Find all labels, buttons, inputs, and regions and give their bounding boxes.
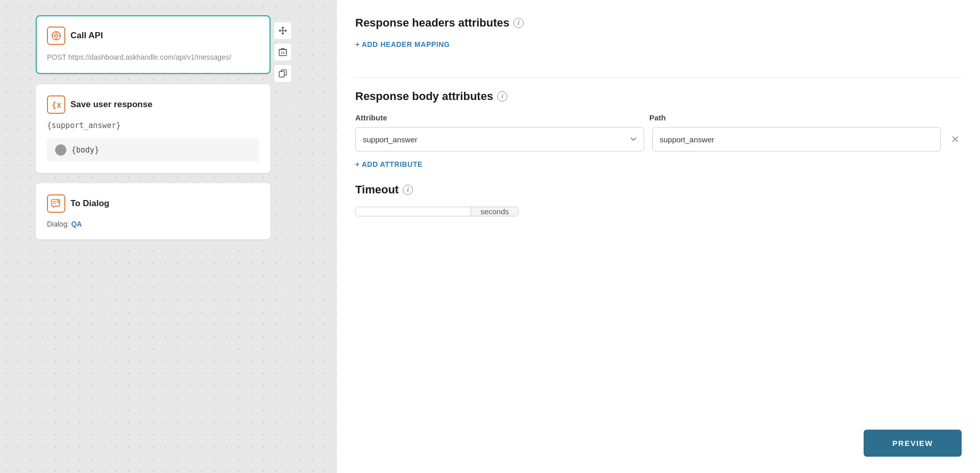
timeout-title: Timeout i bbox=[355, 183, 962, 196]
call-api-subtitle: POST https://dashboard.askhandle.com/api… bbox=[47, 52, 259, 63]
delete-button[interactable] bbox=[274, 43, 292, 61]
dialog-label: Dialog: QA bbox=[47, 220, 259, 228]
response-body-info-icon: i bbox=[497, 91, 507, 102]
svg-point-1 bbox=[55, 34, 58, 37]
dialog-link[interactable]: QA bbox=[71, 220, 82, 228]
response-headers-section: Response headers attributes i + ADD HEAD… bbox=[355, 16, 962, 65]
right-panel: Response headers attributes i + ADD HEAD… bbox=[337, 0, 980, 473]
response-body-title: Response body attributes i bbox=[355, 90, 962, 103]
path-input-0[interactable] bbox=[652, 127, 941, 152]
preview-button[interactable]: PREVIEW bbox=[864, 430, 962, 457]
add-attribute-link[interactable]: + ADD ATTRIBUTE bbox=[355, 160, 423, 168]
body-tag-text: {body} bbox=[71, 145, 99, 155]
save-response-header: {x} Save user response bbox=[47, 95, 259, 114]
svg-rect-10 bbox=[279, 71, 284, 77]
timeout-input-row: seconds bbox=[355, 207, 519, 216]
divider-1 bbox=[355, 77, 962, 78]
add-header-mapping-link[interactable]: + ADD HEADER MAPPING bbox=[355, 40, 450, 48]
timeout-info-icon: i bbox=[403, 185, 413, 195]
body-dot bbox=[55, 144, 66, 156]
call-api-icon bbox=[47, 27, 65, 45]
remove-attr-button-0[interactable]: ✕ bbox=[949, 131, 962, 147]
svg-rect-6 bbox=[279, 49, 286, 56]
duplicate-button[interactable] bbox=[274, 64, 292, 83]
body-tag: {body} bbox=[47, 138, 259, 162]
response-body-variable: {support_answer} bbox=[47, 121, 259, 130]
call-api-title: Call API bbox=[70, 31, 103, 41]
response-body-section: Response body attributes i Attribute Pat… bbox=[355, 90, 962, 169]
canvas-area: Call API POST https://dashboard.askhandl… bbox=[0, 0, 337, 473]
timeout-section: Timeout i seconds bbox=[355, 183, 962, 216]
timeout-number-input[interactable] bbox=[356, 207, 471, 216]
call-api-header: Call API bbox=[47, 27, 259, 45]
svg-text:{x}: {x} bbox=[52, 100, 62, 110]
response-headers-title: Response headers attributes i bbox=[355, 16, 962, 30]
save-response-icon: {x} bbox=[47, 95, 65, 114]
node-toolbar bbox=[274, 21, 292, 83]
to-dialog-card[interactable]: To Dialog Dialog: QA bbox=[36, 183, 271, 239]
call-api-card[interactable]: Call API POST https://dashboard.askhandl… bbox=[36, 15, 271, 74]
attr-labels-row: Attribute Path bbox=[355, 113, 962, 122]
attribute-select-0[interactable]: support_answer bbox=[355, 127, 644, 152]
path-column-label: Path bbox=[649, 113, 933, 122]
save-response-title: Save user response bbox=[70, 99, 153, 110]
timeout-unit-label: seconds bbox=[471, 207, 518, 216]
move-button[interactable] bbox=[274, 21, 292, 40]
response-headers-info-icon: i bbox=[513, 18, 524, 28]
attribute-row-0: support_answer ✕ bbox=[355, 127, 962, 152]
to-dialog-title: To Dialog bbox=[70, 198, 109, 209]
attribute-column-label: Attribute bbox=[355, 113, 639, 122]
to-dialog-header: To Dialog bbox=[47, 194, 259, 213]
save-user-response-card[interactable]: {x} Save user response {support_answer} … bbox=[36, 84, 271, 173]
to-dialog-icon bbox=[47, 194, 65, 213]
